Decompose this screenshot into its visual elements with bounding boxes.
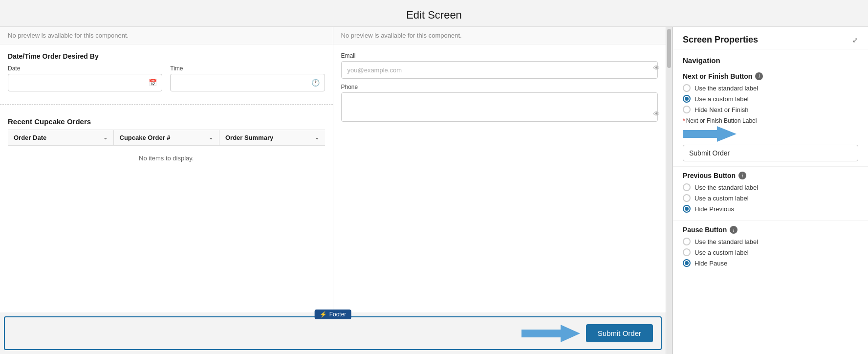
footer-badge: ⚡ Footer [315,310,351,319]
expand-icon[interactable]: ⤢ [852,36,858,44]
no-preview-left: No preview is available for this compone… [0,27,333,44]
phone-label: Phone [341,84,658,90]
canvas-right-panel: No preview is available for this compone… [333,27,666,312]
pause-button-group: Pause Button i Use the standard label Us… [673,221,868,275]
no-preview-right: No preview is available for this compone… [333,27,666,44]
pause-label: Pause Button [683,226,727,234]
next-finish-radio-label-2: Hide Next or Finish [694,106,749,113]
time-input[interactable]: 🕐 [170,74,325,91]
canvas-area: No preview is available for this compone… [0,27,666,354]
next-finish-label-field: * Next or Finish Button Label [683,117,858,161]
page-title-text: Edit Screen [406,9,462,21]
previous-header: Previous Button i [683,172,858,179]
arrow-annotation-canvas [521,325,580,342]
canvas-left-panel: No preview is available for this compone… [0,27,333,312]
right-arrow-svg [521,325,580,342]
previous-radio-label-0: Use the standard label [694,184,758,191]
date-label: Date [8,65,162,72]
navigation-section-title: Navigation [673,49,868,67]
pause-radio-label-2: Hide Pause [694,260,727,267]
datetime-section-title: Date/Time Order Desired By [8,52,325,60]
submit-order-button[interactable]: Submit Order [586,324,653,342]
table-section: Recent Cupcake Orders Order Date ⌄ Cupca… [0,111,333,312]
previous-option-1[interactable]: Use a custom label [683,194,858,202]
table-header: Order Date ⌄ Cupcake Order # ⌄ Order Sum… [8,130,325,146]
col-order-date[interactable]: Order Date ⌄ [8,130,114,145]
clock-icon: 🕐 [311,79,320,87]
email-input[interactable]: you@example.com [341,61,658,79]
previous-radio-0[interactable] [683,183,691,191]
date-input[interactable]: 📅 [8,74,162,91]
next-finish-info-icon[interactable]: i [755,72,763,80]
pause-option-1[interactable]: Use a custom label [683,248,858,256]
footer-badge-label: Footer [329,311,347,318]
time-field-group: Time 🕐 [170,65,325,91]
sidebar-arrow-svg [683,126,737,142]
page-title: Edit Screen [0,0,868,27]
arrow-to-input [683,126,858,142]
left-divider [0,104,333,105]
time-label: Time [170,65,325,72]
previous-radio-label-1: Use a custom label [694,195,749,202]
canvas-footer: ⚡ Footer Submit Order [4,316,662,350]
previous-label: Previous Button [683,172,736,179]
col-order-summary[interactable]: Order Summary ⌄ [219,130,325,145]
pause-option-2[interactable]: Hide Pause [683,259,858,267]
pause-option-0[interactable]: Use the standard label [683,238,858,245]
table-title: Recent Cupcake Orders [8,111,325,130]
sidebar-title: Screen Properties [683,35,758,45]
table-empty-text: No items to display. [8,146,325,171]
previous-button-group: Previous Button i Use the standard label… [673,167,868,221]
previous-radio-label-2: Hide Previous [694,205,734,213]
phone-input[interactable] [341,92,658,122]
email-section: Email you@example.com [333,44,666,79]
email-label: Email [341,52,658,59]
next-finish-field-title: * Next or Finish Button Label [683,117,858,124]
scroll-thumb[interactable] [667,29,671,68]
chevron-order-date: ⌄ [103,134,108,141]
col-cupcake-order[interactable]: Cupcake Order # ⌄ [114,130,220,145]
lightning-icon: ⚡ [320,311,327,318]
eye-icon-top[interactable]: 👁 [653,64,660,72]
calendar-icon: 📅 [149,79,157,87]
next-finish-option-1[interactable]: Use a custom label [683,95,858,103]
next-finish-group: Next or Finish Button i Use the standard… [673,67,868,167]
previous-radio-1[interactable] [683,194,691,202]
previous-option-2[interactable]: Hide Previous [683,205,858,213]
sidebar-header: Screen Properties ⤢ [673,27,868,49]
phone-section: Phone [333,79,666,122]
chevron-cupcake-order: ⌄ [209,134,213,141]
previous-radio-2[interactable] [683,205,691,213]
next-finish-input[interactable] [683,145,858,161]
eye-icon-bottom[interactable]: 👁 [653,110,660,118]
scroll-track[interactable] [666,27,673,354]
pause-info-icon[interactable]: i [730,226,738,234]
next-finish-radio-2[interactable] [683,106,691,113]
next-finish-option-0[interactable]: Use the standard label [683,84,858,92]
next-finish-radio-1[interactable] [683,95,691,103]
pause-header: Pause Button i [683,226,858,234]
previous-info-icon[interactable]: i [738,172,746,179]
pause-radio-label-0: Use the standard label [694,238,758,245]
svg-marker-1 [683,126,737,142]
next-finish-option-2[interactable]: Hide Next or Finish [683,106,858,113]
date-field-group: Date 📅 [8,65,162,91]
next-finish-label: Next or Finish Button [683,72,752,80]
next-finish-header: Next or Finish Button i [683,72,858,80]
date-time-row: Date 📅 Time 🕐 [8,65,325,91]
next-finish-radio-label-0: Use the standard label [694,85,758,92]
next-finish-radio-label-1: Use a custom label [694,95,749,103]
pause-radio-0[interactable] [683,238,691,245]
pause-radio-2[interactable] [683,259,691,267]
previous-option-0[interactable]: Use the standard label [683,183,858,191]
datetime-section: Date/Time Order Desired By Date 📅 Time [0,44,333,97]
chevron-order-summary: ⌄ [315,134,319,141]
next-finish-radio-0[interactable] [683,84,691,92]
svg-marker-0 [521,325,580,342]
sidebar: Screen Properties ⤢ Navigation Next or F… [673,27,868,354]
pause-radio-label-1: Use a custom label [694,249,749,256]
pause-radio-1[interactable] [683,248,691,256]
